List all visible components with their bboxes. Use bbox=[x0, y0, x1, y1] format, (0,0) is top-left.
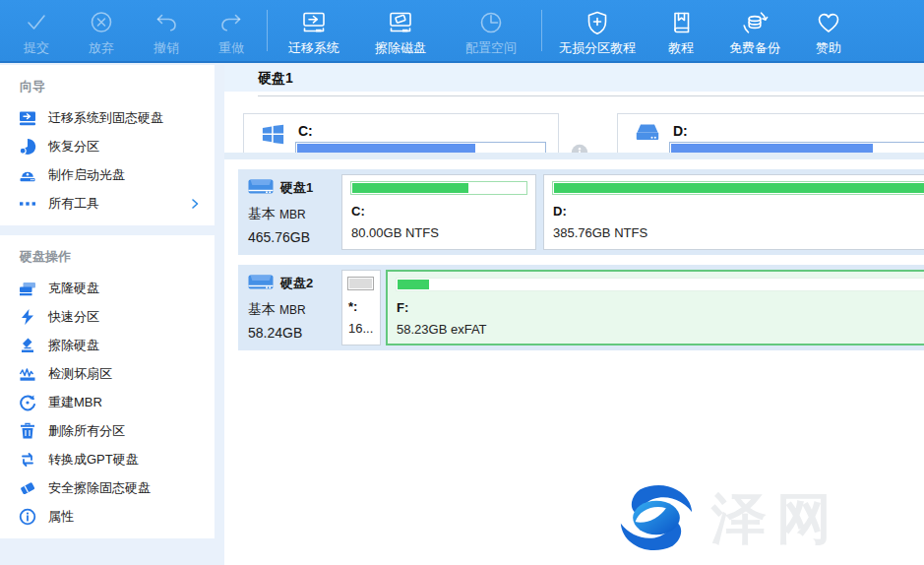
sidebar-item-rebuild-mbr[interactable]: 重建MBR bbox=[0, 388, 215, 416]
partition-info: 80.00GB NTFS bbox=[351, 225, 439, 240]
toolbar-button-label: 擦除磁盘 bbox=[375, 39, 426, 57]
migrate-system-icon bbox=[300, 5, 328, 36]
partition-block-unallocated[interactable]: *: 16... bbox=[341, 270, 381, 345]
sidebar-item-label: 擦除硬盘 bbox=[48, 337, 201, 354]
drive-icon bbox=[634, 121, 661, 152]
partition-info: 385.76GB NTFS bbox=[553, 225, 647, 240]
volume-card-c[interactable]: C: bbox=[243, 113, 559, 155]
toolbar-button-label: 配置空间 bbox=[465, 39, 517, 57]
main-panel: 硬盘1 C: D: ··· bbox=[224, 65, 924, 565]
header-separator bbox=[258, 95, 924, 96]
disk-row-1: 硬盘1 基本 MBR 465.76GB C: 80.00GB NTFS D: 3… bbox=[238, 169, 924, 255]
donate-heart-icon bbox=[815, 5, 842, 36]
partition-block-f[interactable]: F: 58.23GB exFAT bbox=[386, 270, 924, 345]
quick-partition-icon bbox=[18, 308, 37, 326]
partition-letter: D: bbox=[553, 204, 567, 219]
toolbar: 提交 放弃 撤销 重做 迁移系统 擦除磁盘 配置空间 无损分区 bbox=[0, 0, 924, 63]
all-tools-icon bbox=[18, 195, 37, 213]
convert-to-gpt-icon bbox=[18, 451, 37, 469]
disk-name: 硬盘1 bbox=[280, 179, 313, 197]
watermark-logo-icon bbox=[615, 481, 698, 558]
disk-icon bbox=[248, 272, 274, 295]
partition-letter: *: bbox=[348, 299, 357, 314]
partition-usage-bar bbox=[396, 278, 924, 291]
partition-block-d[interactable]: D: 385.76GB NTFS bbox=[543, 174, 924, 250]
disk-icon bbox=[248, 176, 274, 200]
sidebar-item-label: 删除所有分区 bbox=[48, 422, 201, 440]
sidebar-section-disk-operations: 硬盘操作 克隆硬盘 快速分区 擦除硬盘 检测坏扇区 重建MBR bbox=[0, 235, 215, 538]
wipe-hard-drive-icon bbox=[18, 337, 37, 354]
sidebar-item-label: 转换成GPT硬盘 bbox=[48, 451, 201, 469]
partition-usage-fill bbox=[554, 183, 924, 193]
toolbar-button-label: 提交 bbox=[24, 39, 49, 57]
volume-card-d[interactable]: D: bbox=[617, 113, 924, 155]
clone-disk-icon bbox=[18, 280, 37, 297]
sidebar-item-all-tools[interactable]: 所有工具 bbox=[0, 189, 215, 218]
sidebar-item-recover-partition[interactable]: 恢复分区 bbox=[0, 132, 215, 160]
partition-block-c[interactable]: C: 80.00GB NTFS bbox=[341, 174, 536, 250]
toolbar-separator bbox=[541, 10, 542, 51]
bootable-media-icon bbox=[18, 166, 37, 184]
sidebar-item-label: 迁移系统到固态硬盘 bbox=[48, 109, 201, 127]
disk-info[interactable]: 硬盘1 基本 MBR 465.76GB bbox=[248, 176, 341, 245]
disk-tab-strip: 硬盘1 bbox=[224, 65, 924, 92]
sidebar-item-label: 检测坏扇区 bbox=[48, 365, 201, 383]
sidebar-item-quick-partition[interactable]: 快速分区 bbox=[0, 302, 215, 331]
check-bad-sectors-icon bbox=[18, 365, 37, 383]
disk-name: 硬盘2 bbox=[280, 275, 313, 292]
tutorial-icon bbox=[667, 5, 695, 36]
partition-letter: F: bbox=[397, 300, 408, 315]
sidebar-item-label: 属性 bbox=[48, 508, 201, 526]
redo-icon bbox=[217, 5, 245, 36]
disk-tab-label[interactable]: 硬盘1 bbox=[224, 70, 293, 88]
sidebar-item-label: 克隆硬盘 bbox=[48, 280, 201, 297]
toolbar-button-label: 迁移系统 bbox=[288, 39, 339, 57]
partition-usage-bar bbox=[350, 181, 527, 195]
sidebar-item-migrate-to-ssd[interactable]: 迁移系统到固态硬盘 bbox=[0, 103, 215, 132]
partition-info: 16... bbox=[348, 321, 373, 336]
sidebar-item-label: 快速分区 bbox=[48, 308, 201, 326]
sidebar-section-wizard: 向导 迁移系统到固态硬盘 恢复分区 制作启动光盘 所有工具 bbox=[0, 65, 215, 225]
toolbar-button-partition-tutorial[interactable]: 无损分区教程 bbox=[545, 2, 649, 59]
sidebar-item-properties[interactable]: 属性 bbox=[0, 502, 215, 531]
sidebar-item-convert-to-gpt[interactable]: 转换成GPT硬盘 bbox=[0, 445, 215, 473]
toolbar-button-label: 赞助 bbox=[816, 39, 841, 57]
toolbar-button-migrate-system[interactable]: 迁移系统 bbox=[271, 2, 357, 59]
sidebar-item-label: 所有工具 bbox=[48, 195, 189, 213]
free-backup-icon bbox=[741, 5, 769, 36]
sidebar-item-check-bad-sectors[interactable]: 检测坏扇区 bbox=[0, 359, 215, 388]
toolbar-button-label: 无损分区教程 bbox=[559, 39, 636, 57]
toolbar-button-donate[interactable]: 赞助 bbox=[797, 2, 860, 59]
sidebar: 向导 迁移系统到固态硬盘 恢复分区 制作启动光盘 所有工具 硬盘操作 bbox=[0, 65, 215, 548]
sidebar-item-secure-erase-ssd[interactable]: 安全擦除固态硬盘 bbox=[0, 473, 215, 502]
disk-info[interactable]: 硬盘2 基本 MBR 58.24GB bbox=[248, 272, 341, 341]
rebuild-mbr-icon bbox=[18, 394, 37, 411]
sidebar-section-title: 硬盘操作 bbox=[0, 244, 215, 274]
partition-usage-fill bbox=[352, 183, 468, 193]
sidebar-item-label: 重建MBR bbox=[48, 394, 201, 411]
secure-erase-ssd-icon bbox=[18, 479, 37, 497]
sidebar-item-wipe-hard-drive[interactable]: 擦除硬盘 bbox=[0, 331, 215, 359]
partition-usage-fill bbox=[349, 279, 372, 288]
watermark-text: 泽网 bbox=[711, 482, 841, 557]
toolbar-button-label: 放弃 bbox=[89, 39, 114, 57]
discard-icon bbox=[88, 5, 115, 36]
info-icon bbox=[18, 508, 37, 526]
toolbar-button-label: 重做 bbox=[218, 39, 244, 57]
toolbar-button-free-backup[interactable]: 免费备份 bbox=[712, 2, 797, 59]
toolbar-button-discard: 放弃 bbox=[69, 2, 134, 59]
sidebar-item-delete-all-partitions[interactable]: 删除所有分区 bbox=[0, 416, 215, 445]
sidebar-item-label: 恢复分区 bbox=[48, 138, 201, 156]
sidebar-item-clone-disk[interactable]: 克隆硬盘 bbox=[0, 274, 215, 302]
toolbar-button-wipe-disk[interactable]: 擦除磁盘 bbox=[357, 2, 444, 59]
partition-tutorial-icon bbox=[584, 5, 611, 36]
overview-divider-strip bbox=[224, 153, 924, 159]
windows-logo-icon bbox=[260, 121, 286, 152]
sidebar-item-bootable-media[interactable]: 制作启动光盘 bbox=[0, 160, 215, 189]
delete-all-partitions-icon bbox=[18, 422, 37, 440]
toolbar-button-label: 免费备份 bbox=[729, 39, 780, 57]
watermark: 泽网 bbox=[615, 481, 841, 558]
toolbar-button-label: 撤销 bbox=[154, 39, 179, 57]
toolbar-button-tutorial[interactable]: 教程 bbox=[649, 2, 712, 59]
volume-overview-strip: C: D: ··· bbox=[224, 97, 924, 155]
